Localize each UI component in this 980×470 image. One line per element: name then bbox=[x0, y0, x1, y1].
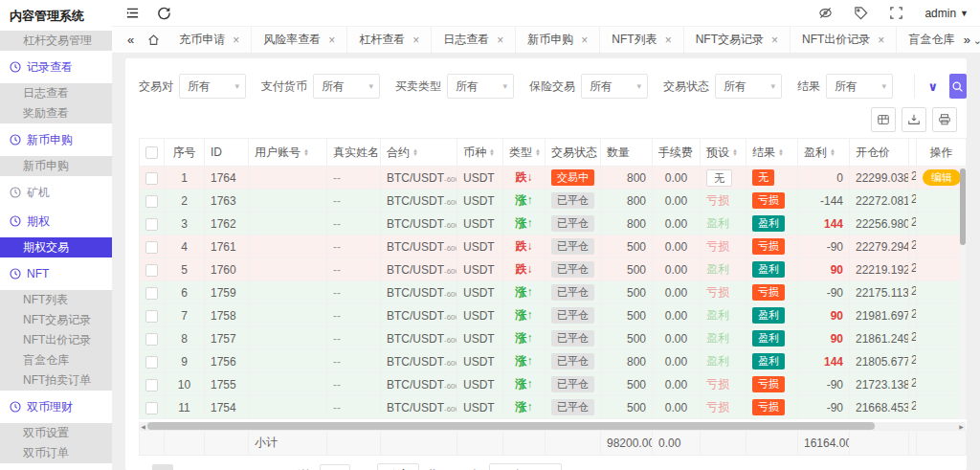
eye-off-icon[interactable] bbox=[818, 6, 833, 20]
filter-select-3[interactable]: 所有▾ bbox=[581, 74, 648, 99]
tab-close-icon[interactable]: × bbox=[497, 34, 503, 46]
profit-value: -90 bbox=[827, 378, 843, 392]
tab-1[interactable]: 风险率查看× bbox=[252, 27, 347, 53]
preset-value[interactable]: 无 bbox=[706, 169, 732, 187]
tab-label: 日志查看 bbox=[443, 32, 489, 48]
row-checkbox[interactable] bbox=[145, 218, 158, 231]
sort-icon[interactable]: ▲▼ bbox=[303, 148, 309, 156]
column-header-content: 盈利▲▼ bbox=[804, 145, 835, 161]
tab-3[interactable]: 日志查看× bbox=[432, 27, 516, 53]
sort-icon[interactable]: ▲▼ bbox=[732, 148, 738, 156]
sort-icon[interactable]: ▲▼ bbox=[412, 148, 418, 156]
page-button-3[interactable]: 3 bbox=[206, 464, 227, 470]
page-button-1[interactable]: 1 bbox=[152, 464, 173, 470]
row-checkbox[interactable] bbox=[145, 195, 158, 208]
tab-2[interactable]: 杠杆查看× bbox=[347, 27, 432, 53]
cell-index: 8 bbox=[165, 327, 205, 350]
filter-select-0[interactable]: 所有▾ bbox=[179, 74, 246, 99]
sidebar-item-13[interactable]: 盲盒仓库 bbox=[0, 350, 112, 370]
filter-value: 所有 bbox=[188, 78, 211, 95]
sidebar-item-16[interactable]: 双币设置 bbox=[0, 423, 112, 443]
sidebar-item-9[interactable]: NFT bbox=[0, 261, 112, 286]
export-button[interactable] bbox=[902, 107, 926, 132]
sidebar-item-8[interactable]: 期权交易 bbox=[0, 237, 112, 257]
sidebar-item-7[interactable]: 期权 bbox=[0, 209, 112, 234]
scroll-left-arrow-icon[interactable]: ◀ bbox=[139, 423, 147, 430]
row-checkbox[interactable] bbox=[145, 356, 158, 369]
tab-close-icon[interactable]: × bbox=[771, 34, 778, 46]
filter-select-5[interactable]: 所有▾ bbox=[826, 74, 893, 99]
row-checkbox[interactable] bbox=[145, 402, 158, 414]
row-checkbox[interactable] bbox=[145, 333, 158, 346]
filter-collapse-icon[interactable]: ∨ bbox=[916, 79, 949, 94]
sidebar-item-10[interactable]: NFT列表 bbox=[0, 290, 112, 310]
vertical-scrollbar-thumb[interactable] bbox=[960, 168, 966, 245]
sidebar-item-12[interactable]: NFT出价记录 bbox=[0, 330, 112, 350]
tab-6[interactable]: NFT交易记录× bbox=[684, 27, 791, 53]
page-button-66[interactable]: 66 bbox=[248, 464, 269, 470]
sidebar-item-11[interactable]: NFT交易记录 bbox=[0, 310, 112, 330]
tab-close-icon[interactable]: × bbox=[233, 34, 239, 46]
sort-icon[interactable]: ▲▼ bbox=[535, 148, 541, 156]
page-button-2[interactable]: 2 bbox=[179, 464, 200, 470]
sidebar-item-1[interactable]: 记录查看 bbox=[0, 55, 112, 79]
row-checkbox[interactable] bbox=[145, 379, 158, 392]
sidebar-item-3[interactable]: 奖励查看 bbox=[0, 103, 112, 123]
sort-icon[interactable]: ▲▼ bbox=[830, 148, 835, 156]
fullscreen-icon[interactable] bbox=[889, 6, 903, 20]
sidebar-item-6[interactable]: 矿机 bbox=[0, 180, 112, 205]
sidebar-item-5[interactable]: 新币申购 bbox=[0, 156, 112, 176]
print-button[interactable] bbox=[932, 107, 957, 132]
row-checkbox[interactable] bbox=[145, 310, 158, 323]
tab-close-icon[interactable]: × bbox=[412, 34, 419, 46]
sort-icon[interactable]: ▲▼ bbox=[489, 148, 495, 156]
select-all-checkbox[interactable] bbox=[145, 146, 158, 159]
options-trade-table: 序号ID用户账号▲▼真实姓名合约▲▼币种▲▼类型▲▼交易状态▲▼数量手续费预设▲… bbox=[139, 138, 967, 419]
tab-5[interactable]: NFT列表× bbox=[600, 27, 683, 53]
tab-8[interactable]: 盲盒仓库× bbox=[897, 27, 957, 53]
cell-realname: -- bbox=[327, 396, 381, 419]
tag-icon[interactable] bbox=[854, 6, 868, 20]
sidebar-item-14[interactable]: NFT拍卖订单 bbox=[0, 370, 112, 391]
horizontal-scrollbar-thumb[interactable] bbox=[147, 422, 875, 430]
tab-close-icon[interactable]: × bbox=[581, 34, 588, 46]
summary-row: 小计 98200.00 0.00 16164.00 bbox=[140, 431, 967, 456]
edit-button[interactable]: 编辑 bbox=[923, 169, 961, 186]
sidebar-item-0[interactable]: 杠杆交易管理 bbox=[0, 31, 112, 51]
tab-close-icon[interactable]: × bbox=[878, 34, 884, 46]
goto-page-input[interactable] bbox=[320, 464, 350, 470]
sort-icon[interactable]: ▲▼ bbox=[778, 148, 784, 156]
vertical-scrollbar[interactable] bbox=[960, 167, 966, 419]
user-menu[interactable]: admin ▼ bbox=[924, 7, 969, 20]
refresh-icon[interactable] bbox=[157, 6, 171, 20]
per-page-select[interactable]: 20 条/页 ⌄ bbox=[489, 463, 562, 470]
scroll-right-arrow-icon[interactable]: ▶ bbox=[957, 423, 966, 430]
confirm-button[interactable]: 确定 bbox=[377, 463, 419, 470]
filter-select-1[interactable]: 所有▾ bbox=[313, 74, 380, 99]
tab-4[interactable]: 新币申购× bbox=[516, 27, 600, 53]
row-checkbox[interactable] bbox=[145, 287, 158, 300]
columns-filter-button[interactable] bbox=[871, 107, 896, 132]
tabs-dropdown-icon[interactable]: ⌄ bbox=[973, 34, 980, 47]
home-tab-icon[interactable] bbox=[140, 34, 167, 46]
row-checkbox[interactable] bbox=[145, 264, 158, 277]
sidebar-item-17[interactable]: 双币订单 bbox=[0, 443, 112, 463]
tab-close-icon[interactable]: × bbox=[328, 34, 335, 46]
collapse-menu-icon[interactable] bbox=[125, 6, 140, 20]
row-checkbox[interactable] bbox=[145, 172, 158, 185]
tab-0[interactable]: 充币申请× bbox=[167, 27, 252, 53]
tab-close-icon[interactable]: × bbox=[665, 34, 672, 46]
tab-7[interactable]: NFT出价记录× bbox=[791, 27, 897, 53]
tabs-scroll-left-icon[interactable]: « bbox=[122, 33, 140, 47]
sidebar-item-4[interactable]: 新币申购 bbox=[0, 127, 112, 152]
search-button[interactable] bbox=[949, 74, 967, 99]
column-header-result: 结果▲▼ bbox=[746, 139, 798, 167]
horizontal-scrollbar[interactable]: ◀ ▶ bbox=[139, 422, 966, 430]
filter-select-4[interactable]: 所有▾ bbox=[715, 74, 782, 99]
sidebar-item-15[interactable]: 双币理财 bbox=[0, 394, 112, 419]
sidebar-item-2[interactable]: 日志查看 bbox=[0, 83, 112, 103]
contract-base: BTC/USDT bbox=[387, 217, 444, 231]
row-checkbox[interactable] bbox=[145, 241, 158, 254]
cell-id: 1760 bbox=[205, 258, 249, 281]
filter-select-2[interactable]: 所有▾ bbox=[447, 74, 514, 99]
